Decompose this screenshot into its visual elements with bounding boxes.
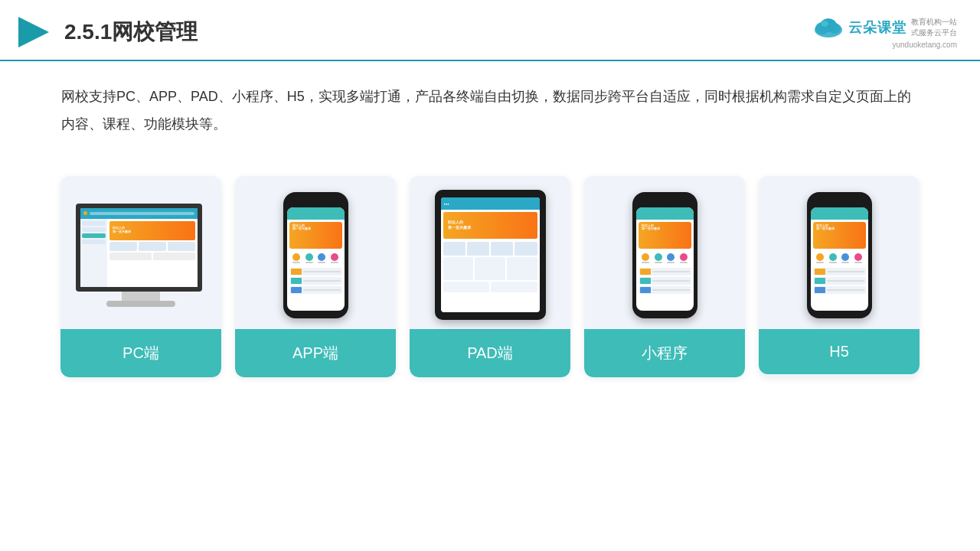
miniprogram-icon-2: [654, 253, 663, 264]
card-miniprogram-label: 小程序: [584, 329, 745, 377]
phone-icon-1: [292, 253, 301, 264]
h5-phone-mockup: 职达人的第一堂兴趣课: [807, 192, 872, 318]
miniprogram-icons-row: [636, 251, 694, 266]
phone-screen: 职达人的第一堂兴趣课: [287, 207, 345, 311]
description-text: 网校支持PC、APP、PAD、小程序、H5，实现多端打通，产品各终端自由切换，数…: [0, 61, 980, 153]
card-app-image: 职达人的第一堂兴趣课: [235, 176, 396, 329]
logo-brand: 云朵课堂 教育机构一站 式服务云平台: [812, 16, 957, 39]
miniprogram-icon-1: [641, 253, 650, 264]
h5-icon-2: [828, 253, 838, 264]
miniprogram-screen: 职达人的第一堂兴趣课: [636, 207, 694, 311]
miniprogram-icon-3: [666, 253, 675, 264]
h5-hero: 职达人的第一堂兴趣课: [813, 222, 866, 249]
card-pc-label: PC端: [60, 329, 221, 377]
h5-screen: 职达人的第一堂兴趣课: [811, 207, 868, 311]
phone-course-item-2: [289, 277, 342, 285]
card-pc-image: 职达人的第一堂兴趣课: [60, 176, 221, 329]
h5-notch: [830, 200, 848, 204]
miniprogram-course-list: [636, 266, 694, 295]
miniprogram-course-2: [639, 277, 691, 285]
h5-icon-4: [854, 253, 863, 264]
phone-icon-2: [305, 253, 314, 264]
miniprogram-top-bar: [636, 207, 694, 220]
card-app-label: APP端: [235, 329, 396, 377]
phone-course-item-1: [289, 268, 342, 276]
tablet-screen: ●●● 职达人的第一堂兴趣课: [441, 197, 540, 312]
logo-tagline-1: 教育机构一站: [911, 17, 957, 28]
card-pad-label: PAD端: [410, 329, 570, 377]
h5-course-3: [813, 286, 866, 294]
monitor-screen: 职达人的第一堂兴趣课: [76, 204, 202, 292]
monitor-stand: [122, 292, 160, 301]
miniprogram-notch: [655, 200, 674, 204]
card-pad-image: ●●● 职达人的第一堂兴趣课: [410, 176, 570, 329]
card-h5-image: 职达人的第一堂兴趣课: [759, 176, 920, 329]
pc-monitor: 职达人的第一堂兴趣课: [76, 204, 206, 307]
logo-url: yunduoketang.com: [892, 41, 957, 49]
h5-icons-row: [811, 251, 868, 266]
phone-course-item-3: [289, 286, 342, 294]
monitor-base: [106, 301, 175, 307]
page-title: 2.5.1网校管理: [64, 18, 198, 47]
h5-icon-3: [841, 253, 850, 264]
miniprogram-course-3: [639, 286, 691, 294]
phone-top-bar: [287, 207, 345, 220]
logo-tagline-2: 式服务云平台: [911, 28, 957, 38]
card-miniprogram[interactable]: 职达人的第一堂兴趣课: [584, 176, 745, 377]
h5-course-1: [813, 268, 866, 276]
miniprogram-phone-mockup: 职达人的第一堂兴趣课: [632, 192, 697, 318]
card-h5[interactable]: 职达人的第一堂兴趣课: [759, 176, 920, 377]
description-content: 网校支持PC、APP、PAD、小程序、H5，实现多端打通，产品各终端自由切换，数…: [61, 89, 911, 132]
miniprogram-course-1: [639, 268, 691, 276]
header-left: 2.5.1网校管理: [15, 14, 198, 51]
logo-area: 云朵课堂 教育机构一站 式服务云平台 yunduoketang.com: [812, 16, 957, 49]
miniprogram-hero: 职达人的第一堂兴趣课: [639, 222, 691, 249]
header: 2.5.1网校管理 云朵课堂 教育机构一站 式服务云平台 yunduoketan…: [0, 0, 980, 61]
phone-notch: [306, 200, 325, 204]
miniprogram-hero-text: 职达人的第一堂兴趣课: [642, 224, 660, 231]
phone-icon-3: [317, 253, 326, 264]
svg-marker-0: [18, 17, 49, 47]
phone-hero-text: 职达人的第一堂兴趣课: [292, 224, 311, 231]
card-pad[interactable]: ●●● 职达人的第一堂兴趣课: [410, 176, 570, 377]
app-phone-mockup: 职达人的第一堂兴趣课: [283, 192, 348, 318]
cloud-icon: [812, 16, 845, 39]
svg-point-5: [821, 21, 828, 27]
phone-hero: 职达人的第一堂兴趣课: [289, 222, 342, 249]
miniprogram-icon-4: [679, 253, 688, 264]
tablet-mockup: ●●● 职达人的第一堂兴趣课: [435, 190, 546, 320]
card-h5-label: H5: [759, 329, 920, 374]
h5-course-2: [813, 277, 866, 285]
card-pc[interactable]: 职达人的第一堂兴趣课: [60, 176, 221, 377]
h5-hero-text: 职达人的第一堂兴趣课: [816, 224, 835, 231]
phone-icon-4: [330, 253, 339, 264]
phone-course-list: [287, 266, 345, 295]
card-app[interactable]: 职达人的第一堂兴趣课: [235, 176, 396, 377]
phone-icons-row: [287, 251, 345, 266]
card-miniprogram-image: 职达人的第一堂兴趣课: [584, 176, 745, 329]
play-icon: [15, 14, 52, 51]
h5-icon-1: [815, 253, 825, 264]
h5-top-bar: [811, 207, 868, 220]
cards-container: 职达人的第一堂兴趣课: [0, 161, 980, 393]
logo-text: 云朵课堂: [848, 18, 906, 37]
h5-course-list: [811, 266, 868, 295]
